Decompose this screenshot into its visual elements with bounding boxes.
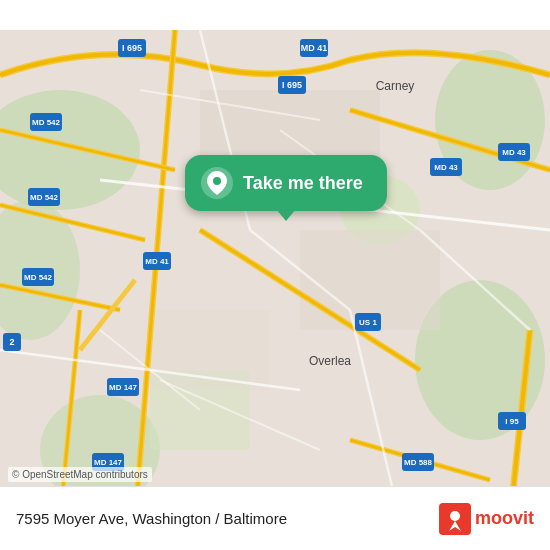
copyright-notice: © OpenStreetMap contributors [8, 467, 152, 482]
svg-text:US 1: US 1 [359, 318, 377, 327]
svg-text:MD 542: MD 542 [30, 193, 59, 202]
address-label: 7595 Moyer Ave, Washington / Baltimore [16, 510, 287, 527]
svg-text:MD 41: MD 41 [301, 43, 328, 53]
bottom-bar: 7595 Moyer Ave, Washington / Baltimore m… [0, 486, 550, 550]
svg-text:MD 43: MD 43 [502, 148, 526, 157]
svg-point-72 [213, 177, 221, 185]
take-me-there-marker[interactable]: Take me there [185, 155, 387, 211]
svg-text:MD 41: MD 41 [145, 257, 169, 266]
svg-text:I 95: I 95 [505, 417, 519, 426]
pin-icon [201, 167, 233, 199]
take-me-there-label: Take me there [243, 173, 363, 194]
svg-text:2: 2 [9, 337, 14, 347]
map-container: I 695 MD 41 I 695 MD 542 MD 542 MD 542 M… [0, 0, 550, 550]
svg-point-74 [450, 511, 460, 521]
svg-text:MD 147: MD 147 [94, 458, 123, 467]
moovit-logo: moovit [439, 503, 534, 535]
svg-text:I 695: I 695 [282, 80, 302, 90]
svg-text:MD 147: MD 147 [109, 383, 138, 392]
svg-text:MD 43: MD 43 [434, 163, 458, 172]
svg-text:MD 588: MD 588 [404, 458, 433, 467]
svg-text:Carney: Carney [376, 79, 415, 93]
svg-text:MD 542: MD 542 [24, 273, 53, 282]
svg-text:I 695: I 695 [122, 43, 142, 53]
moovit-icon [439, 503, 471, 535]
svg-text:Overlea: Overlea [309, 354, 351, 368]
copyright-text: © OpenStreetMap contributors [12, 469, 148, 480]
svg-text:MD 542: MD 542 [32, 118, 61, 127]
marker-bubble[interactable]: Take me there [185, 155, 387, 211]
moovit-label-text: moovit [475, 508, 534, 529]
